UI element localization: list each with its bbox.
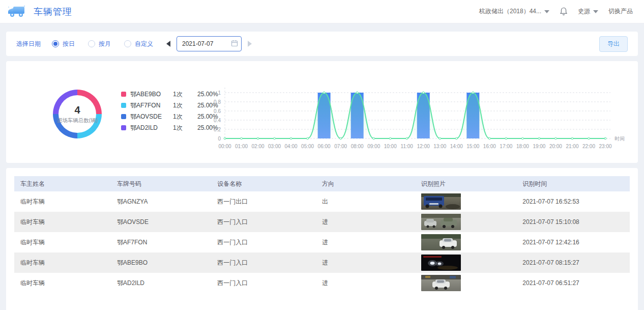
cell-direction: 进: [316, 252, 415, 273]
legend-plate-label: 鄂AD2ILD: [130, 124, 173, 132]
radio-dot[interactable]: [52, 40, 59, 47]
date-filter-label: 选择日期: [16, 40, 41, 48]
recognition-photo[interactable]: [421, 234, 461, 250]
next-date-arrow[interactable]: [248, 41, 252, 47]
cell-device-name: 西一门入口: [211, 252, 316, 273]
svg-text:22:00: 22:00: [582, 144, 595, 149]
top-bar: 车辆管理 杭政储出（2018）44... 史源 切换产品: [0, 0, 644, 23]
svg-text:03:00: 03:00: [268, 144, 281, 149]
cell-owner-name: 临时车辆: [14, 212, 111, 232]
table-row: 临时车辆 鄂AD2ILD 西一门入口 进 2021-07-07 06:51:27: [14, 273, 630, 293]
records-table-panel: 车主姓名 车牌号码 设备名称 方向 识别照片 识别时间 临时车辆 鄂AGNZYA…: [6, 168, 638, 310]
switch-product-link[interactable]: 切换产品: [608, 7, 633, 16]
svg-text:18:00: 18:00: [516, 144, 529, 149]
cell-device-name: 西一门入口: [211, 273, 316, 293]
recognition-photo[interactable]: [421, 214, 461, 230]
svg-text:0: 0: [218, 136, 221, 142]
vehicle-records-table: 车主姓名 车牌号码 设备名称 方向 识别照片 识别时间 临时车辆 鄂AGNZYA…: [14, 176, 630, 293]
svg-text:02:00: 02:00: [252, 144, 265, 149]
hourly-entries-line-chart: 00.20.40.60.8100:0001:0002:0003:0004:000…: [203, 61, 642, 163]
chevron-down-icon: [544, 10, 549, 13]
chevron-down-icon: [593, 10, 598, 13]
cell-recognition-photo: [415, 273, 517, 293]
cell-plate-number: 鄂AGNZYA: [111, 191, 211, 212]
radio-option-按月[interactable]: 按月: [88, 40, 111, 48]
cell-owner-name: 临时车辆: [14, 232, 111, 252]
legend-color-chip: [121, 125, 126, 130]
cell-direction: 进: [316, 273, 415, 293]
legend-plate-label: 鄂AOVSDE: [130, 112, 173, 121]
recognition-photo[interactable]: [421, 255, 461, 271]
svg-text:16:00: 16:00: [483, 144, 496, 149]
col-direction: 方向: [316, 176, 415, 191]
svg-text:01:00: 01:00: [235, 144, 248, 149]
svg-text:23:00: 23:00: [599, 144, 611, 149]
radio-option-按日[interactable]: 按日: [52, 40, 75, 48]
cell-direction: 进: [316, 232, 415, 252]
cell-direction: 进: [316, 212, 415, 232]
donut-total-value: 4: [74, 104, 80, 116]
table-row: 临时车辆 鄂ABE9BO 西一门入口 进 2021-07-07 08:15:27: [14, 252, 630, 273]
user-menu[interactable]: 史源: [578, 7, 598, 16]
svg-text:0.4: 0.4: [214, 118, 221, 123]
svg-text:09:00: 09:00: [367, 144, 380, 149]
legend-count: 1次: [173, 101, 197, 110]
notification-bell[interactable]: [560, 7, 568, 16]
tenant-selector[interactable]: 杭政储出（2018）44...: [479, 7, 549, 16]
svg-text:21:00: 21:00: [566, 144, 578, 149]
filter-bar: 选择日期 按日按月自定义 导出: [6, 32, 638, 56]
legend-count: 1次: [173, 112, 197, 121]
svg-text:17:00: 17:00: [500, 144, 512, 149]
col-plate-number: 车牌号码: [111, 176, 211, 191]
cell-recognition-photo: [415, 232, 517, 252]
legend-plate-label: 鄂AF7FON: [130, 101, 173, 110]
cell-recognition-photo: [415, 191, 517, 212]
svg-text:1: 1: [218, 90, 221, 96]
donut-total-label: 进场车辆总数(辆): [57, 117, 98, 124]
cell-plate-number: 鄂AOVSDE: [111, 212, 211, 232]
recognition-photo[interactable]: [421, 193, 461, 210]
export-button[interactable]: 导出: [599, 36, 628, 52]
radio-dot[interactable]: [124, 40, 131, 47]
legend-color-chip: [121, 103, 126, 108]
page-title: 车辆管理: [34, 6, 72, 18]
recognition-photo[interactable]: [421, 275, 461, 291]
col-owner-name: 车主姓名: [14, 176, 111, 191]
cell-device-name: 西一门入口: [211, 232, 316, 252]
svg-text:14:00: 14:00: [450, 144, 463, 149]
tenant-name: 杭政储出（2018）44...: [479, 7, 541, 16]
cell-owner-name: 临时车辆: [14, 252, 111, 273]
radio-label: 自定义: [135, 40, 153, 48]
legend-count: 1次: [173, 90, 197, 99]
radio-option-自定义[interactable]: 自定义: [124, 40, 153, 48]
entry-total-donut-chart: 4 进场车辆总数(辆): [53, 90, 102, 138]
legend-color-chip: [121, 92, 126, 97]
cell-recognition-time: 2021-07-07 08:15:27: [516, 252, 630, 273]
truck-logo-icon: [7, 4, 26, 19]
svg-text:11:00: 11:00: [401, 144, 414, 149]
col-recognition-photo: 识别照片: [415, 176, 517, 191]
svg-text:时间: 时间: [614, 136, 625, 142]
radio-label: 按日: [63, 40, 75, 48]
cell-recognition-photo: [415, 252, 517, 273]
svg-text:08:00: 08:00: [351, 144, 364, 149]
cell-plate-number: 鄂AF7FON: [111, 232, 211, 252]
cell-recognition-time: 2021-07-07 06:51:27: [516, 273, 630, 293]
legend-plate-label: 鄂ABE9BO: [130, 90, 173, 99]
svg-text:15:00: 15:00: [466, 144, 479, 149]
legend-count: 1次: [173, 124, 197, 132]
cell-device-name: 西一门出口: [211, 191, 316, 212]
table-row: 临时车辆 鄂AGNZYA 西一门出口 出 2021-07-07 16:52:53: [14, 191, 630, 212]
date-picker: [177, 36, 242, 51]
cell-direction: 出: [316, 191, 415, 212]
cell-plate-number: 鄂ABE9BO: [111, 252, 211, 273]
svg-text:04:00: 04:00: [285, 144, 298, 149]
donut-center: 4 进场车辆总数(辆): [53, 90, 102, 138]
cell-owner-name: 临时车辆: [14, 191, 111, 212]
calendar-icon[interactable]: [231, 40, 238, 49]
svg-text:13:00: 13:00: [433, 144, 446, 149]
prev-date-arrow[interactable]: [166, 41, 170, 47]
svg-text:05:00: 05:00: [301, 144, 314, 149]
radio-dot[interactable]: [88, 40, 95, 47]
svg-text:0.2: 0.2: [214, 127, 221, 132]
